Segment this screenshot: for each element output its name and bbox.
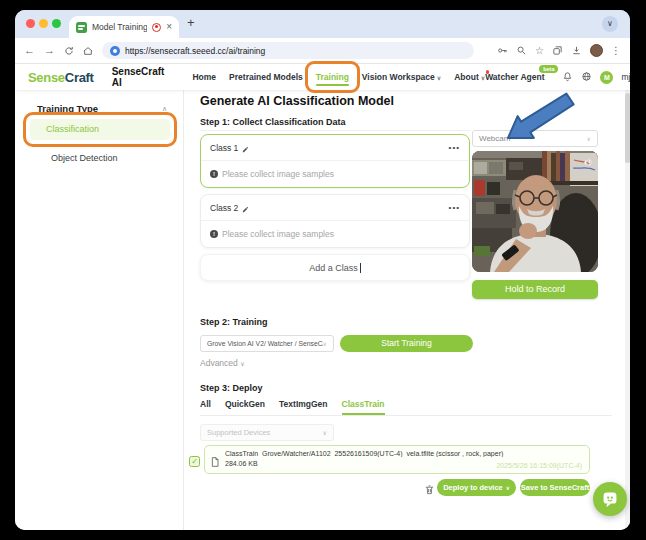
tab-classtrain[interactable]: ClassTrain xyxy=(342,399,385,415)
step3-title: Step 3: Deploy xyxy=(200,383,263,393)
webcam-image xyxy=(472,151,598,272)
deploy-tabs: All QuickGen TextImgGen ClassTrain xyxy=(200,399,612,416)
camera-source-value: Webcam xyxy=(479,134,587,143)
tab-groups-icon[interactable] xyxy=(552,42,563,60)
browser-menu-icon[interactable]: ⋮ xyxy=(611,45,621,56)
zoom-icon[interactable] xyxy=(516,42,527,60)
forward-icon[interactable]: → xyxy=(44,45,55,56)
site-favicon-icon xyxy=(76,22,87,33)
bookmark-star-icon[interactable]: ☆ xyxy=(535,45,544,56)
home-icon[interactable] xyxy=(83,42,93,60)
browser-tab[interactable]: Model Training × xyxy=(69,16,179,38)
save-to-sensecraft-button[interactable]: Save to SenseCraft xyxy=(520,479,590,496)
address-bar[interactable]: https://sensecraft.seeed.cc/ai/training xyxy=(102,42,474,59)
step2-title: Step 2: Training xyxy=(200,317,268,327)
deploy-to-device-button[interactable]: Deploy to device ∨ xyxy=(437,479,516,496)
chevron-down-icon: ∨ xyxy=(587,135,591,142)
back-icon[interactable]: ← xyxy=(24,45,35,56)
hold-to-record-button[interactable]: Hold to Record xyxy=(472,280,598,299)
class-card-header: Class 1 ••• xyxy=(201,135,469,161)
class-card-hint-row: ! Please collect image samples xyxy=(201,161,469,187)
edit-pencil-icon[interactable] xyxy=(242,199,249,217)
file-icon xyxy=(211,453,219,471)
model-file-row[interactable]: ClassTrain_Grove/Watcher/A1102_255261615… xyxy=(204,445,590,474)
tab-all[interactable]: All xyxy=(200,399,211,415)
minimize-window-button[interactable] xyxy=(39,19,48,28)
add-class-button[interactable]: Add a Class xyxy=(200,254,470,281)
supported-devices-select[interactable]: Supported Devices ∨ xyxy=(200,424,334,441)
bell-icon[interactable] xyxy=(562,68,573,86)
model-file-inner: ClassTrain_Grove/Watcher/A1102_255261615… xyxy=(205,446,589,473)
sensecraft-logo[interactable]: SenseCraft xyxy=(28,70,94,85)
main-content: Generate AI Classification Model Step 1:… xyxy=(184,90,630,530)
recording-indicator-icon xyxy=(152,23,161,32)
scrollbar-thumb[interactable] xyxy=(625,93,630,163)
hint-text: Please collect image samples xyxy=(222,229,334,239)
save-label: Save to SenseCraft xyxy=(521,483,589,492)
logo-sense: Sense xyxy=(28,70,65,85)
nav-pretrained-models[interactable]: Pretrained Models xyxy=(229,65,303,89)
supported-devices-placeholder: Supported Devices xyxy=(207,428,323,437)
class-card-2[interactable]: Class 2 ••• ! Please collect image sampl… xyxy=(200,194,470,248)
model-file-name: ClassTrain_Grove/Watcher/A1102_255261615… xyxy=(225,450,583,457)
nav-about-label: About xyxy=(454,72,479,82)
chevron-down-icon: ∨ xyxy=(506,485,510,491)
chat-bubble-icon xyxy=(599,488,621,510)
more-menu-icon[interactable]: ••• xyxy=(449,143,460,152)
nav-training[interactable]: Training xyxy=(316,65,349,89)
delete-trash-icon[interactable] xyxy=(424,481,435,499)
sidebar-section-label: Training Type xyxy=(37,103,98,114)
class-card-1[interactable]: Class 1 ••• ! Please collect image sampl… xyxy=(200,134,470,188)
chevron-down-icon: ∨ xyxy=(323,340,327,347)
training-device-select[interactable]: Grove Vision AI V2/ Watcher / SenseCAP A… xyxy=(200,335,334,352)
user-avatar[interactable]: M xyxy=(600,71,613,84)
sidebar: Training Type ∧ Classification Object De… xyxy=(15,90,184,530)
header-right: Watcher Agent beta M mjrovai ∨ xyxy=(485,68,630,86)
edit-pencil-icon[interactable] xyxy=(242,139,249,157)
chevron-down-icon: ∨ xyxy=(437,75,441,81)
flip-camera-icon[interactable] xyxy=(582,155,594,167)
nav-home[interactable]: Home xyxy=(192,65,216,89)
chevron-up-icon: ∧ xyxy=(162,105,167,113)
hint-text: Please collect image samples xyxy=(222,169,334,179)
url-text: https://sensecraft.seeed.cc/ai/training xyxy=(125,46,265,56)
tab-quickgen[interactable]: QuickGen xyxy=(225,399,265,415)
maximize-window-button[interactable] xyxy=(52,19,61,28)
model-file-timestamp: 2025/5/26 16:15:09(UTC-4) xyxy=(496,462,582,469)
tab-strip: Model Training × + ∨ xyxy=(15,10,630,38)
site-info-icon[interactable] xyxy=(110,46,120,56)
page-scrollbar[interactable] xyxy=(625,90,630,530)
class-name: Class 1 xyxy=(210,143,238,153)
nav-vision-workspace[interactable]: Vision Workspace∨ xyxy=(362,65,441,89)
advanced-toggle[interactable]: Advanced ∨ xyxy=(200,358,245,368)
username[interactable]: mjrovai xyxy=(621,72,630,82)
nav-watcher-agent[interactable]: Watcher Agent beta xyxy=(485,72,544,82)
browser-profile-avatar[interactable] xyxy=(590,44,603,57)
tab-close-icon[interactable]: × xyxy=(166,22,172,32)
download-icon[interactable] xyxy=(571,42,582,60)
tab-textimggen[interactable]: TextImgGen xyxy=(279,399,328,415)
camera-source-select[interactable]: Webcam ∨ xyxy=(472,130,598,147)
sidebar-item-classification[interactable]: Classification xyxy=(30,119,170,140)
webcam-preview xyxy=(472,151,598,272)
model-file-checkbox[interactable]: ✓ xyxy=(189,456,200,467)
nav-about[interactable]: About∨ xyxy=(454,65,485,89)
chat-support-button[interactable] xyxy=(593,482,627,516)
close-window-button[interactable] xyxy=(26,19,35,28)
sidebar-section-training-type[interactable]: Training Type ∧ xyxy=(15,90,183,114)
language-globe-icon[interactable] xyxy=(581,68,592,86)
tab-search-button[interactable]: ∨ xyxy=(602,16,618,32)
more-menu-icon[interactable]: ••• xyxy=(449,203,460,212)
class-name: Class 2 xyxy=(210,203,238,213)
password-key-icon[interactable] xyxy=(497,42,508,60)
logo-craft: Craft xyxy=(65,70,94,85)
main-nav: Home Pretrained Models Training Vision W… xyxy=(192,65,485,89)
deploy-label: Deploy to device xyxy=(443,483,503,492)
class-card-hint-row: ! Please collect image samples xyxy=(201,221,469,247)
class-card-header: Class 2 ••• xyxy=(201,195,469,221)
reload-icon[interactable] xyxy=(64,42,74,60)
new-tab-button[interactable]: + xyxy=(187,15,195,30)
info-icon: ! xyxy=(210,230,218,238)
sidebar-item-object-detection[interactable]: Object Detection xyxy=(51,153,118,163)
start-training-button[interactable]: Start Training xyxy=(340,335,473,352)
